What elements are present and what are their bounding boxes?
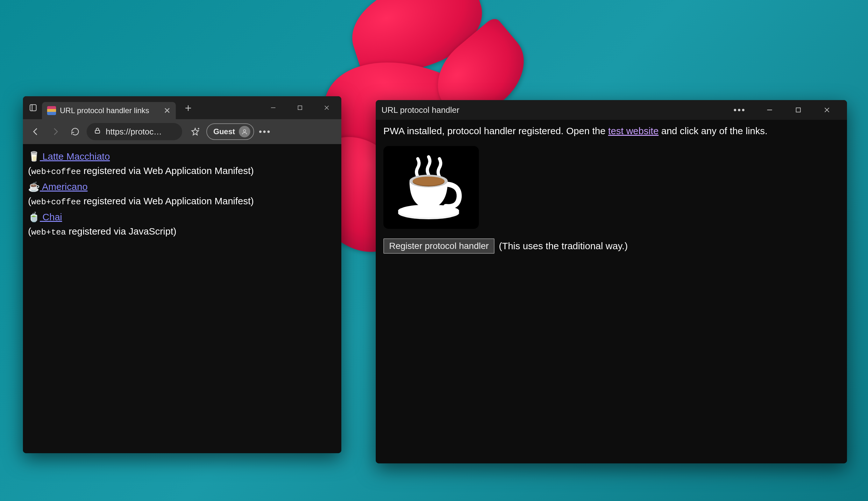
url-text: https://protoc… xyxy=(106,127,162,137)
list-item-note: (web+coffee registered via Web Applicati… xyxy=(28,163,336,178)
svg-rect-3 xyxy=(298,106,302,110)
list-item: 🍵 Chai xyxy=(28,210,336,224)
link-americano[interactable]: Americano xyxy=(40,181,88,192)
list-item: ☕ Americano xyxy=(28,179,336,194)
browser-window: URL protocol handler links ✕ ＋ https://p… xyxy=(23,96,341,453)
drink-icon: ☕ xyxy=(28,181,40,192)
link-test-website[interactable]: test website xyxy=(608,126,659,136)
svg-rect-6 xyxy=(95,130,100,133)
minimize-button[interactable] xyxy=(260,98,287,117)
svg-marker-7 xyxy=(192,128,199,135)
list-item: 🥛 Latte Macchiato xyxy=(28,149,336,163)
svg-point-10 xyxy=(243,130,245,132)
register-row: Register protocol handler (This uses the… xyxy=(383,238,839,254)
page-content-right: PWA installed, protocol handler register… xyxy=(376,120,847,463)
more-menu-button[interactable]: ••• xyxy=(257,124,273,139)
browser-toolbar: https://protoc… Guest ••• xyxy=(23,119,341,144)
page-content-left: 🥛 Latte Macchiato (web+coffee registered… xyxy=(23,144,341,453)
list-item-note: (web+tea registered via JavaScript) xyxy=(28,224,336,239)
pwa-titlebar: URL protocol handler ••• xyxy=(376,100,847,120)
profile-label: Guest xyxy=(213,127,235,136)
new-tab-button[interactable]: ＋ xyxy=(176,100,201,115)
drink-icon: 🍵 xyxy=(28,212,40,222)
window-controls xyxy=(260,98,340,117)
back-button[interactable] xyxy=(28,123,44,140)
refresh-button[interactable] xyxy=(67,123,84,140)
close-button[interactable] xyxy=(313,98,340,117)
register-note: (This uses the traditional way.) xyxy=(499,241,628,252)
intro-text: PWA installed, protocol handler register… xyxy=(383,126,839,136)
list-item-note: (web+coffee registered via Web Applicati… xyxy=(28,194,336,209)
svg-rect-0 xyxy=(30,105,36,111)
forward-button[interactable] xyxy=(47,123,64,140)
pwa-window: URL protocol handler ••• PWA installed, … xyxy=(376,100,847,463)
profile-button[interactable]: Guest xyxy=(206,123,254,140)
tab-actions-icon[interactable] xyxy=(24,96,42,119)
svg-point-19 xyxy=(413,177,444,185)
coffee-image xyxy=(383,146,479,229)
favorites-button[interactable] xyxy=(187,124,203,140)
tab-close-icon[interactable]: ✕ xyxy=(164,106,171,116)
pwa-title: URL protocol handler xyxy=(382,105,460,115)
coffee-cup-icon xyxy=(393,152,469,222)
lock-icon xyxy=(94,127,101,137)
tab-title: URL protocol handler links xyxy=(60,106,149,115)
browser-tab[interactable]: URL protocol handler links ✕ xyxy=(42,102,176,119)
svg-rect-12 xyxy=(796,108,800,112)
maximize-button[interactable] xyxy=(287,98,313,117)
avatar-icon xyxy=(239,126,250,137)
tab-favicon xyxy=(47,106,56,115)
close-button[interactable] xyxy=(813,101,841,119)
link-chai[interactable]: Chai xyxy=(40,212,62,222)
address-bar[interactable]: https://protoc… xyxy=(87,123,182,140)
link-latte[interactable]: Latte Macchiato xyxy=(40,151,110,162)
register-button[interactable]: Register protocol handler xyxy=(383,238,494,254)
minimize-button[interactable] xyxy=(755,101,784,119)
browser-titlebar: URL protocol handler links ✕ ＋ xyxy=(23,96,341,119)
window-controls xyxy=(755,101,841,119)
maximize-button[interactable] xyxy=(784,101,813,119)
drink-icon: 🥛 xyxy=(28,151,40,162)
pwa-menu-button[interactable]: ••• xyxy=(734,105,746,115)
